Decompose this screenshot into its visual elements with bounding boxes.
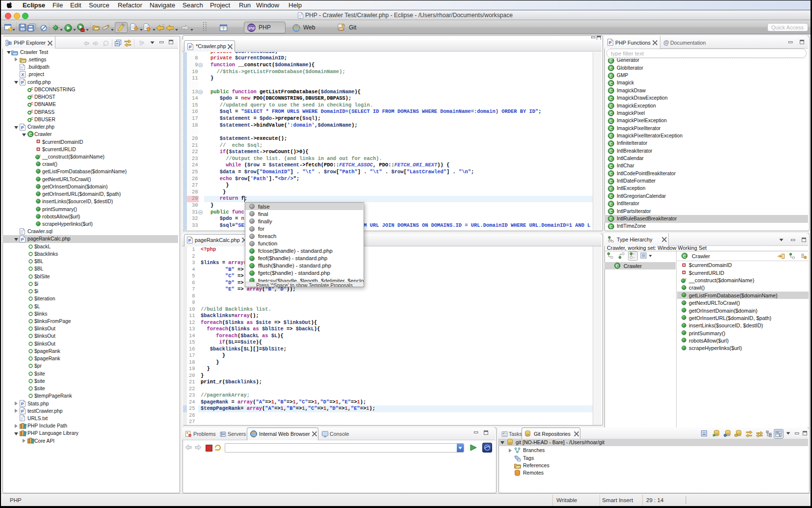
svg-text:X: X <box>21 72 24 77</box>
svg-text:P: P <box>21 237 24 242</box>
svg-text:C: C <box>609 187 613 191</box>
svg-text:C: C <box>609 156 613 161</box>
svg-text:C: C <box>616 264 619 268</box>
svg-text:C: C <box>609 96 613 101</box>
svg-text:C: C <box>609 216 613 221</box>
svg-text:P: P <box>21 125 24 130</box>
svg-text:C: C <box>609 118 613 123</box>
svg-text:c: c <box>39 154 41 157</box>
svg-text:GIT: GIT <box>715 434 718 436</box>
svg-text:P: P <box>609 40 612 45</box>
svg-text:C: C <box>29 132 32 137</box>
svg-text:GIT: GIT <box>526 434 529 436</box>
svg-text:php: php <box>249 26 255 30</box>
svg-text:C: C <box>683 254 686 259</box>
svg-text:P: P <box>21 401 24 406</box>
svg-text:C: C <box>609 209 613 214</box>
svg-text:C: C <box>609 126 613 131</box>
svg-text:GIT: GIT <box>727 434 729 436</box>
svg-text:C: C <box>609 111 613 116</box>
svg-text:P: P <box>21 80 24 85</box>
svg-text:C: C <box>31 109 33 112</box>
svg-text:P: P <box>21 409 24 414</box>
svg-text:C: C <box>609 73 613 78</box>
svg-text:C: C <box>609 104 613 108</box>
svg-text:P: P <box>189 45 192 50</box>
svg-text:C: C <box>609 141 613 146</box>
svg-text:C: C <box>609 179 613 184</box>
svg-text:P: P <box>188 238 191 243</box>
svg-text:c: c <box>685 277 687 281</box>
svg-text:C: C <box>609 66 613 71</box>
svg-text:C: C <box>609 171 613 176</box>
svg-text:C: C <box>609 224 613 229</box>
svg-text:C: C <box>609 149 613 154</box>
svg-text:C: C <box>31 94 33 98</box>
svg-text:C: C <box>609 58 613 63</box>
svg-text:GIT: GIT <box>340 28 343 30</box>
svg-text:C: C <box>31 116 33 120</box>
svg-text:GIT: GIT <box>737 434 740 436</box>
svg-text:C: C <box>609 164 613 169</box>
svg-text:C: C <box>609 88 613 93</box>
svg-text:C: C <box>31 102 33 105</box>
svg-text:C: C <box>31 86 33 90</box>
svg-text:C: C <box>609 134 613 138</box>
svg-text:C: C <box>609 194 613 199</box>
svg-text:GIT: GIT <box>509 443 511 445</box>
svg-text:C: C <box>609 201 613 206</box>
svg-text:C: C <box>609 81 613 86</box>
